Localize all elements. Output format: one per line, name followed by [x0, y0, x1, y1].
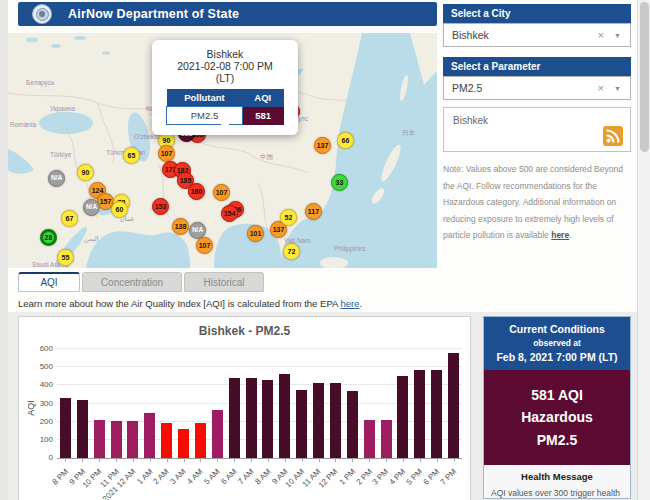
chart-bar[interactable]	[330, 383, 341, 458]
y-tick-label: 200	[27, 417, 53, 426]
learn-more-here-link[interactable]: here	[340, 298, 359, 309]
chart-bar[interactable]	[381, 420, 392, 458]
x-tick-label: 5 AM	[202, 467, 221, 486]
feed-box: Bishkek	[443, 107, 631, 152]
x-tick-label: 7 PM	[438, 467, 458, 487]
aqi-marker[interactable]: 101	[247, 225, 264, 242]
aqi-marker[interactable]: 67	[61, 210, 78, 227]
aqi-marker[interactable]: 90	[77, 164, 94, 181]
chart-bar[interactable]	[262, 380, 273, 458]
aqi-marker[interactable]: 60	[111, 201, 128, 218]
chart-bar[interactable]	[195, 423, 206, 458]
scrollbar-thumb[interactable]	[640, 2, 649, 152]
aqi-marker[interactable]: 72	[283, 243, 300, 260]
aqi-marker[interactable]: 153	[152, 198, 169, 215]
x-tick	[302, 458, 303, 462]
page-scrollbar[interactable]	[637, 0, 650, 500]
x-tick	[268, 458, 269, 462]
y-tick-label: 600	[27, 344, 53, 353]
note-suffix: .	[569, 230, 571, 240]
popup-aqi-value: 581	[242, 107, 283, 125]
chart-bar[interactable]	[431, 370, 442, 458]
current-conditions-header: Current Conditions observed at Feb 8, 20…	[484, 317, 630, 370]
x-tick	[319, 458, 320, 462]
aqi-marker[interactable]: 66	[337, 132, 354, 149]
x-tick	[217, 458, 218, 462]
chart-bar[interactable]	[364, 420, 375, 458]
learn-more-text: Learn more about how the Air Quality Ind…	[18, 298, 340, 309]
chart-bar[interactable]	[161, 423, 172, 458]
chart-card: Bishkek - PM2.5 AQI 0100200300400500600 …	[18, 316, 471, 500]
aqi-marker[interactable]: 138	[172, 218, 189, 235]
clear-city-icon[interactable]: ×	[598, 29, 604, 41]
chart-bar[interactable]	[178, 429, 189, 458]
x-tick-label: 6 AM	[219, 467, 238, 486]
chart-xlabels: 8 PM9 PM10 PM11 PMFeb 08, 2021 12 AM1 AM…	[57, 463, 462, 500]
chart-bar[interactable]	[127, 421, 138, 458]
aqi-marker[interactable]: 65	[123, 147, 140, 164]
tab-concentration[interactable]: Concentration	[82, 272, 182, 292]
x-tick-label: 5 PM	[405, 467, 425, 487]
chart-bar[interactable]	[347, 391, 358, 458]
aqi-marker[interactable]: N/A	[83, 199, 100, 216]
x-tick-label: 3 PM	[371, 467, 391, 487]
chart-bar[interactable]	[246, 378, 257, 458]
gridline	[57, 348, 462, 349]
chart-bar[interactable]	[279, 374, 290, 458]
chart-bar[interactable]	[229, 378, 240, 458]
chart-bar[interactable]	[144, 413, 155, 458]
tabbar: AQI Concentration Historical	[18, 272, 264, 292]
chart-bar[interactable]	[414, 370, 425, 458]
chart-bar[interactable]	[313, 383, 324, 458]
y-tick-label: 300	[27, 399, 53, 408]
aqi-marker[interactable]: 52	[280, 209, 297, 226]
x-tick	[335, 458, 336, 462]
parameter-select-box: Select a Parameter PM2.5 × ▼	[443, 57, 631, 100]
x-tick-label: 7 AM	[236, 467, 255, 486]
chart-bar[interactable]	[94, 420, 105, 458]
aqi-marker[interactable]: 117	[305, 203, 322, 220]
x-tick-label: 2 AM	[152, 467, 171, 486]
chart-title: Bishkek - PM2.5	[19, 324, 470, 338]
parameter-select-value: PM2.5	[452, 82, 482, 94]
cc-aqi-value: 581 AQI	[488, 384, 626, 406]
chart-bar[interactable]	[397, 376, 408, 458]
aqi-marker[interactable]: N/A	[48, 170, 65, 187]
tab-historical[interactable]: Historical	[184, 272, 264, 292]
aqi-marker[interactable]: 160	[188, 183, 205, 200]
tab-aqi[interactable]: AQI	[18, 272, 80, 292]
city-select-value: Bishkek	[452, 29, 489, 41]
x-tick	[82, 458, 83, 462]
chevron-down-icon[interactable]: ▼	[614, 85, 621, 92]
city-select[interactable]: Bishkek × ▼	[443, 23, 631, 47]
chart-bar[interactable]	[212, 410, 223, 458]
aqi-marker[interactable]: 107	[196, 237, 213, 254]
y-tick-label: 500	[27, 362, 53, 371]
aqi-marker[interactable]: 107	[213, 184, 230, 201]
aqi-marker[interactable]: 33	[331, 174, 348, 191]
chart-bar[interactable]	[60, 398, 71, 458]
aqi-marker[interactable]: 137	[314, 137, 331, 154]
popup-tail	[218, 121, 232, 129]
chart-bar[interactable]	[296, 390, 307, 458]
aqi-marker[interactable]: 154	[221, 205, 238, 222]
x-tick	[133, 458, 134, 462]
note-here-link[interactable]: here	[551, 230, 569, 240]
chart-bar[interactable]	[111, 421, 122, 458]
chevron-down-icon[interactable]: ▼	[614, 32, 621, 39]
chart-bar[interactable]	[77, 400, 88, 458]
x-tick-label: 4 PM	[388, 467, 408, 487]
x-tick	[454, 458, 455, 462]
parameter-select[interactable]: PM2.5 × ▼	[443, 76, 631, 100]
x-tick	[420, 458, 421, 462]
x-tick	[234, 458, 235, 462]
clear-parameter-icon[interactable]: ×	[598, 82, 604, 94]
aqi-marker[interactable]: 28	[40, 229, 57, 246]
cc-observed-time: Feb 8, 2021 7:00 PM (LT)	[488, 351, 626, 363]
chart-bar[interactable]	[448, 353, 459, 458]
x-tick	[200, 458, 201, 462]
rss-feed-icon[interactable]	[603, 126, 623, 146]
aqi-marker[interactable]: 55	[57, 249, 74, 266]
aqi-marker[interactable]: 107	[158, 145, 175, 162]
y-tick-label: 0	[27, 453, 53, 462]
